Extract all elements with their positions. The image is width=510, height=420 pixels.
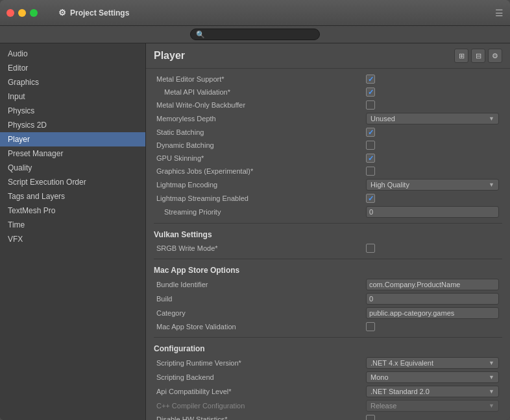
separator3 — [154, 337, 502, 338]
streaming-priority-input[interactable] — [366, 206, 499, 218]
sidebar-item-textmesh-pro[interactable]: TextMesh Pro — [0, 204, 145, 218]
scripting-backend-row: Scripting Backend Mono ▼ — [154, 370, 502, 384]
sidebar-item-quality[interactable]: Quality — [0, 161, 145, 175]
window-title: ⚙ Project Settings — [58, 8, 129, 18]
scripting-runtime-dropdown[interactable]: .NET 4.x Equivalent ▼ — [366, 357, 499, 369]
srgb-label: SRGB Write Mode* — [154, 244, 366, 252]
sidebar-item-editor[interactable]: Editor — [0, 61, 145, 75]
build-label: Build — [154, 295, 366, 303]
maximize-button[interactable] — [30, 9, 38, 17]
scripting-runtime-value: .NET 4.x Equivalent ▼ — [366, 357, 502, 369]
category-value — [366, 307, 502, 319]
search-bar — [0, 26, 510, 43]
scripting-runtime-label: Scripting Runtime Version* — [154, 359, 366, 367]
dynamic-batching-checkbox[interactable] — [366, 141, 375, 150]
dropdown-arrow3: ▼ — [489, 360, 494, 366]
metal-write-label: Metal Write-Only Backbuffer — [154, 101, 366, 109]
sidebar-item-input[interactable]: Input — [0, 89, 145, 104]
metal-editor-checkbox[interactable] — [366, 75, 375, 84]
metal-editor-label: Metal Editor Support* — [154, 75, 366, 83]
static-batching-value — [366, 128, 502, 137]
dynamic-batching-label: Dynamic Batching — [154, 141, 366, 149]
sidebar-item-script-execution-order[interactable]: Script Execution Order — [0, 175, 145, 189]
sidebar-item-player[interactable]: Player — [0, 132, 145, 146]
metal-write-value — [366, 100, 502, 110]
disable-hw-row: Disable HW Statistics* — [154, 413, 502, 420]
graphics-jobs-value — [366, 167, 502, 176]
mac-validation-value — [366, 322, 502, 331]
bundle-id-row: Bundle Identifier — [154, 277, 502, 292]
memoryless-row: Memoryless Depth Unused ▼ — [154, 111, 502, 126]
metal-api-checkbox[interactable] — [366, 88, 375, 97]
bundle-id-label: Bundle Identifier — [154, 281, 366, 288]
metal-editor-value — [366, 75, 502, 84]
metal-api-label: Metal API Validation* — [154, 88, 366, 96]
disable-hw-label: Disable HW Statistics* — [154, 415, 366, 420]
dropdown-arrow4: ▼ — [489, 374, 494, 380]
scroll-container[interactable]: Metal Editor Support* Metal API Validati… — [146, 69, 510, 420]
api-compat-dropdown[interactable]: .NET Standard 2.0 ▼ — [366, 386, 499, 397]
sidebar-item-time[interactable]: Time — [0, 218, 145, 232]
build-input[interactable] — [366, 293, 499, 305]
streaming-priority-label: Streaming Priority — [154, 208, 366, 216]
main-area: AudioEditorGraphicsInputPhysicsPhysics 2… — [0, 43, 510, 420]
platform-icon-1[interactable]: ⊞ — [454, 49, 468, 63]
cpp-compiler-dropdown[interactable]: Release ▼ — [366, 400, 499, 412]
scripting-backend-value: Mono ▼ — [366, 371, 502, 383]
static-batching-checkbox[interactable] — [366, 128, 375, 137]
lightmap-streaming-checkbox[interactable] — [366, 194, 375, 203]
lightmap-encoding-dropdown[interactable]: High Quality ▼ — [366, 179, 499, 191]
scripting-runtime-row: Scripting Runtime Version* .NET 4.x Equi… — [154, 356, 502, 370]
disable-hw-checkbox[interactable] — [366, 415, 375, 420]
category-input[interactable] — [366, 307, 499, 319]
metal-editor-row: Metal Editor Support* — [154, 73, 502, 86]
dropdown-arrow: ▼ — [489, 115, 494, 122]
disable-hw-value — [366, 415, 502, 420]
close-button[interactable] — [6, 9, 14, 17]
srgb-checkbox[interactable] — [366, 244, 375, 253]
sidebar-item-physics-2d[interactable]: Physics 2D — [0, 118, 145, 132]
sidebar-item-tags-and-layers[interactable]: Tags and Layers — [0, 189, 145, 204]
cpp-compiler-label: C++ Compiler Configuration — [154, 402, 366, 410]
category-row: Category — [154, 306, 502, 320]
graphics-jobs-row: Graphics Jobs (Experimental)* — [154, 165, 502, 178]
srgb-value — [366, 244, 502, 253]
lightmap-streaming-label: Lightmap Streaming Enabled — [154, 194, 366, 202]
lightmap-streaming-row: Lightmap Streaming Enabled — [154, 192, 502, 205]
gpu-skinning-row: GPU Skinning* — [154, 152, 502, 165]
graphics-jobs-label: Graphics Jobs (Experimental)* — [154, 167, 366, 175]
sidebar-item-graphics[interactable]: Graphics — [0, 75, 145, 89]
metal-write-row: Metal Write-Only Backbuffer — [154, 99, 502, 111]
settings-icon[interactable]: ⚙ — [488, 49, 502, 63]
titlebar: ⚙ Project Settings ☰ — [0, 0, 510, 26]
search-input[interactable] — [190, 29, 320, 40]
cpp-compiler-row: C++ Compiler Configuration Release ▼ — [154, 399, 502, 413]
lightmap-encoding-row: Lightmap Encoding High Quality ▼ — [154, 178, 502, 192]
platform-icon-2[interactable]: ⊟ — [471, 49, 485, 63]
metal-api-row: Metal API Validation* — [154, 86, 502, 99]
minimize-button[interactable] — [18, 9, 26, 17]
memoryless-dropdown[interactable]: Unused ▼ — [366, 113, 499, 124]
category-label: Category — [154, 309, 366, 317]
menu-icon[interactable]: ☰ — [495, 8, 504, 18]
mac-validation-checkbox[interactable] — [366, 322, 375, 331]
mac-validation-row: Mac App Store Validation — [154, 320, 502, 333]
separator1 — [154, 223, 502, 224]
sidebar-item-vfx[interactable]: VFX — [0, 232, 145, 246]
srgb-row: SRGB Write Mode* — [154, 242, 502, 255]
graphics-jobs-checkbox[interactable] — [366, 167, 375, 176]
gpu-skinning-checkbox[interactable] — [366, 154, 375, 163]
sidebar-item-audio[interactable]: Audio — [0, 47, 145, 61]
sidebar: AudioEditorGraphicsInputPhysicsPhysics 2… — [0, 43, 146, 420]
gpu-skinning-value — [366, 154, 502, 163]
sidebar-item-physics[interactable]: Physics — [0, 104, 145, 118]
streaming-priority-row: Streaming Priority — [154, 205, 502, 219]
bundle-id-input[interactable] — [366, 279, 499, 290]
mac-validation-label: Mac App Store Validation — [154, 323, 366, 331]
dropdown-arrow2: ▼ — [489, 181, 494, 188]
static-batching-row: Static Batching — [154, 126, 502, 139]
sidebar-item-preset-manager[interactable]: Preset Manager — [0, 146, 145, 161]
metal-write-checkbox[interactable] — [366, 100, 375, 110]
scripting-backend-dropdown[interactable]: Mono ▼ — [366, 371, 499, 383]
lightmap-encoding-label: Lightmap Encoding — [154, 181, 366, 189]
